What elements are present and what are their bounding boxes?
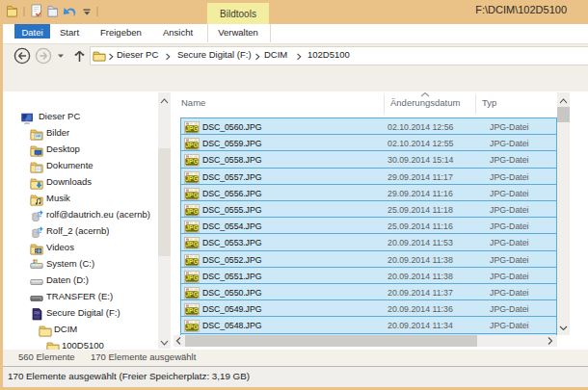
svg-text:JPG: JPG <box>185 291 198 298</box>
svg-text:JPG: JPG <box>185 274 198 281</box>
svg-text:JPG: JPG <box>185 158 198 165</box>
svg-text:JPG: JPG <box>185 175 198 182</box>
svg-text:JPG: JPG <box>185 307 198 314</box>
svg-text:JPG: JPG <box>185 208 198 215</box>
svg-text:JPG: JPG <box>185 142 198 148</box>
svg-text:JPG: JPG <box>185 258 198 265</box>
svg-text:JPG: JPG <box>185 224 198 231</box>
svg-text:JPG: JPG <box>185 192 198 198</box>
svg-text:JPG: JPG <box>185 241 198 247</box>
svg-text:JPG: JPG <box>185 324 198 330</box>
svg-text:JPG: JPG <box>185 125 198 132</box>
